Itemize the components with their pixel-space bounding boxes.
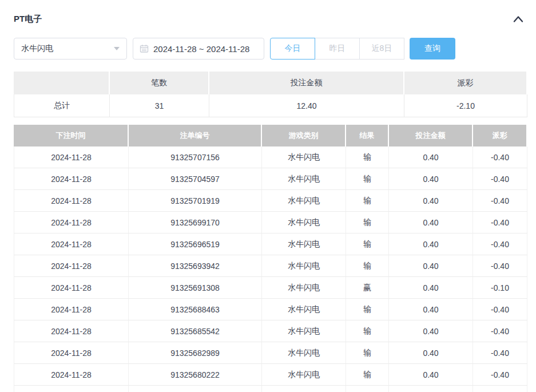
cell-bet-amount: 0.40 [389,342,473,364]
cell-order-number [129,386,262,392]
table-row: 2024-11-28 91325680222 水牛闪电 输 0.40 -0.40 [14,364,527,386]
cell-payout: -0.10 [473,277,527,299]
cell-bet-amount: 0.40 [389,255,473,277]
cell-bet-time: 2024-11-28 [14,190,129,212]
summary-header-cell: 投注金额 [209,72,404,94]
summary-total-row: 总计 31 12.40 -2.10 [14,94,527,117]
table-row: 2024-11-28 91325699170 水牛闪电 输 0.40 -0.40 [14,212,527,233]
cell-bet-time: 2024-11-28 [14,233,129,255]
cell-bet-time: 2024-11-28 [14,320,129,342]
summary-amount: 12.40 [209,94,404,117]
cell-payout: -0.40 [473,168,527,190]
summary-table: 笔数 投注金额 派彩 总计 31 12.40 -2.10 [14,72,527,117]
cell-bet-time: 2024-11-28 [14,364,129,386]
cell-result: 输 [346,342,389,364]
cell-payout: -0.40 [473,146,527,168]
cell-result: 输 [346,386,389,392]
records-header-row: 下注时间 注单编号 游戏类别 结果 投注金额 派彩 [14,125,527,146]
cell-payout: -0.40 [473,233,527,255]
cell-payout: -0.40 [473,255,527,277]
cell-game-type: 水牛闪电 [262,320,346,342]
cell-game-type: 水牛闪电 [262,299,346,320]
cell-bet-amount: 0.40 [389,277,473,299]
date-range-value: 2024-11-28 ~ 2024-11-28 [153,44,249,54]
cell-order-number: 91325682989 [129,342,262,364]
filter-bar: 水牛闪电 2024-11-28 ~ 2024-11-28 今日 昨日 [14,38,527,60]
date-range-input[interactable]: 2024-11-28 ~ 2024-11-28 [133,38,264,60]
records-header-cell: 下注时间 [14,125,129,146]
page-title: PT电子 [14,14,42,25]
cell-bet-amount: 0.40 [389,320,473,342]
summary-payout: -2.10 [404,94,527,117]
cell-bet-amount: 0.40 [389,299,473,320]
panel-header: PT电子 [14,14,527,25]
cell-game-type: 水牛闪电 [262,277,346,299]
cell-bet-amount: 0.40 [389,168,473,190]
cell-order-number: 91325707156 [129,146,262,168]
cell-order-number: 91325688463 [129,299,262,320]
calendar-icon [140,44,149,53]
quick-range-button[interactable]: 近8日 [359,38,404,60]
cell-bet-time: 2024-11-28 [14,146,129,168]
cell-payout [473,386,527,392]
collapse-chevron-up-icon[interactable] [513,15,524,23]
cell-game-type: 水牛闪电 [262,190,346,212]
records-header-cell: 投注金额 [389,125,473,146]
table-row: 2024-11-28 91325693942 水牛闪电 输 0.40 -0.40 [14,255,527,277]
cell-bet-amount: 0.40 [389,212,473,233]
game-select-value: 水牛闪电 [21,43,53,54]
cell-result: 输 [346,190,389,212]
cell-result: 输 [346,299,389,320]
cell-result: 输 [346,320,389,342]
cell-payout: -0.40 [473,364,527,386]
cell-payout: -0.40 [473,212,527,233]
records-header-cell: 注单编号 [129,125,262,146]
cell-result: 输 [346,364,389,386]
cell-bet-amount: 0.40 [389,364,473,386]
cell-bet-time [14,386,129,392]
table-row: 2024-11-28 91325696519 水牛闪电 输 0.40 -0.40 [14,233,527,255]
table-row: 2024-11-28 91325707156 水牛闪电 输 0.40 -0.40 [14,146,527,168]
cell-result: 输 [346,255,389,277]
query-button[interactable]: 查询 [410,38,455,60]
summary-header-cell: 笔数 [110,72,209,94]
cell-bet-amount [389,386,473,392]
cell-bet-amount: 0.40 [389,190,473,212]
cell-order-number: 91325691308 [129,277,262,299]
cell-game-type: 水牛闪电 [262,364,346,386]
summary-total-label: 总计 [14,94,110,117]
table-row: 2024-11-28 91325685542 水牛闪电 输 0.40 -0.40 [14,320,527,342]
cell-game-type: 水牛闪电 [262,212,346,233]
cell-order-number: 91325701919 [129,190,262,212]
table-row: 2024-11-28 91325704597 水牛闪电 输 0.40 -0.40 [14,168,527,190]
cell-bet-amount: 0.40 [389,233,473,255]
cell-result: 输 [346,168,389,190]
cell-result: 输 [346,233,389,255]
cell-order-number: 91325696519 [129,233,262,255]
table-row: 2024-11-28 91325682989 水牛闪电 输 0.40 -0.40 [14,342,527,364]
cell-bet-time: 2024-11-28 [14,342,129,364]
cell-bet-time: 2024-11-28 [14,277,129,299]
cell-game-type: 水牛闪电 [262,386,346,392]
cell-result: 输 [346,212,389,233]
cell-payout: -0.40 [473,190,527,212]
cell-order-number: 91325704597 [129,168,262,190]
cell-game-type: 水牛闪电 [262,342,346,364]
cell-bet-time: 2024-11-28 [14,255,129,277]
game-select[interactable]: 水牛闪电 [14,38,127,60]
quick-range-button[interactable]: 昨日 [315,38,360,60]
cell-order-number: 91325693942 [129,255,262,277]
cell-payout: -0.40 [473,342,527,364]
cell-bet-time: 2024-11-28 [14,212,129,233]
records-header-cell: 游戏类别 [262,125,346,146]
summary-header-row: 笔数 投注金额 派彩 [14,72,527,94]
quick-range-button[interactable]: 今日 [270,38,315,60]
table-row: 水牛闪电 输 [14,386,527,392]
cell-order-number: 91325699170 [129,212,262,233]
cell-order-number: 91325680222 [129,364,262,386]
summary-header-cell [14,72,110,94]
cell-order-number: 91325685542 [129,320,262,342]
cell-bet-time: 2024-11-28 [14,299,129,320]
table-row: 2024-11-28 91325688463 水牛闪电 输 0.40 -0.40 [14,299,527,320]
cell-payout: -0.40 [473,320,527,342]
